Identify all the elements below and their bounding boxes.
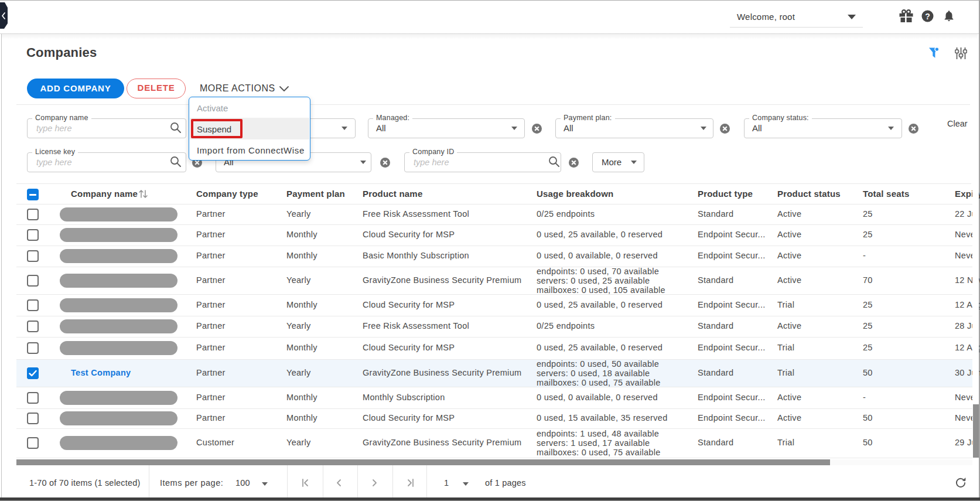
svg-text:?: ? <box>925 12 930 21</box>
